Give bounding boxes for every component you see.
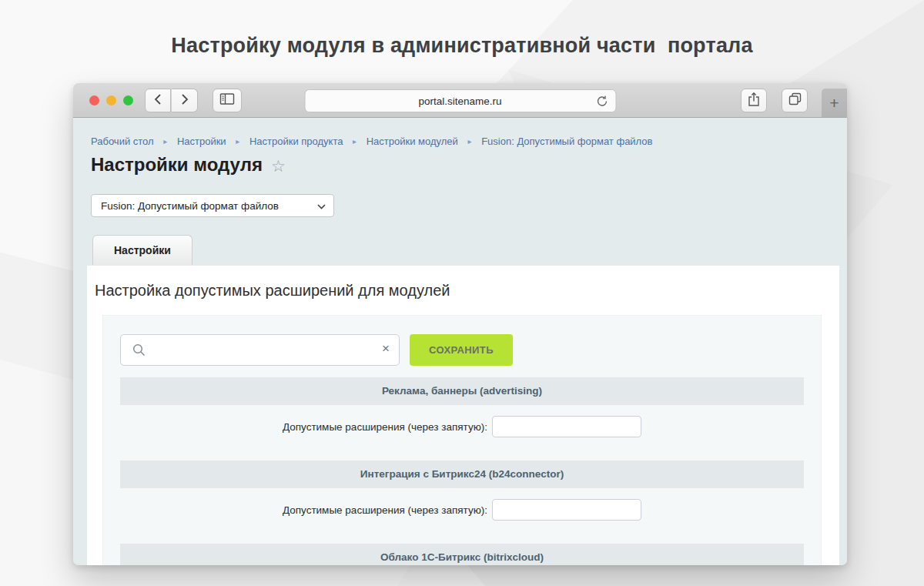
breadcrumb-item-desktop[interactable]: Рабочий стол [91,136,154,147]
forward-button[interactable] [172,89,198,112]
breadcrumb-separator-icon: ▸ [236,137,239,146]
extensions-input-b24connector[interactable] [492,499,641,521]
extensions-label: Допустимые расширения (через запятую): [283,504,487,516]
module-select-value: Fusion: Допустимый формат файлов [101,200,279,212]
page-title: Настройки модуля [91,154,263,176]
close-window-button[interactable] [89,95,99,105]
search-icon [132,343,146,360]
breadcrumb-item-product-settings[interactable]: Настройки продукта [249,136,343,147]
admin-page: Рабочий стол ▸ Настройки ▸ Настройки про… [73,119,847,565]
tab-settings-label: Настройки [114,244,171,256]
plus-icon: + [829,94,839,112]
minimize-window-button[interactable] [106,95,116,105]
search-box: × [120,334,400,366]
breadcrumb-item-module-settings[interactable]: Настройки модулей [367,136,458,147]
share-icon [748,92,760,110]
chevron-down-icon [317,204,326,209]
tabs-icon [788,92,802,109]
tab-overview-button[interactable] [782,89,808,112]
tab-content: Настройка допустимых расширений для моду… [87,265,839,565]
clear-search-icon[interactable]: × [382,341,390,357]
browser-toolbar: portal.sitename.ru [73,83,847,118]
breadcrumb-separator-icon: ▸ [163,137,167,146]
breadcrumb: Рабочий стол ▸ Настройки ▸ Настройки про… [91,136,839,147]
sidebar-icon [219,92,235,109]
save-button[interactable]: СОХРАНИТЬ [410,334,513,366]
section-header-bitrixcloud: Облако 1С-Битрикс (bitrixcloud) [120,544,804,565]
extensions-row: Допустимые расширения (через запятую): [120,405,804,449]
section-header-b24connector: Интеграция с Битрикс24 (b24connector) [120,460,804,488]
favorite-star-icon[interactable]: ☆ [271,157,286,176]
chevron-right-icon [181,93,189,109]
sidebar-toggle-button[interactable] [213,89,242,112]
extensions-row: Допустимые расширения (через запятую): [120,488,804,532]
new-tab-button[interactable]: + [822,89,847,117]
tab-settings[interactable]: Настройки [92,235,192,265]
browser-window: portal.sitename.ru [73,83,847,565]
tab-strip: Настройки [92,235,847,265]
search-input[interactable] [121,335,399,365]
reload-button[interactable] [595,95,608,110]
section-header-advertising: Реклама, баннеры (advertising) [120,377,804,405]
breadcrumb-item-current[interactable]: Fusion: Допустимый формат файлов [481,136,652,147]
zoom-window-button[interactable] [123,95,133,105]
breadcrumb-item-settings[interactable]: Настройки [177,136,226,147]
settings-panel: × СОХРАНИТЬ Реклама, баннеры (advertisin… [102,315,822,565]
banner-title: Настройку модуля в административной част… [0,34,924,58]
address-bar-url: portal.sitename.ru [418,95,501,107]
chevron-left-icon [154,93,162,109]
address-bar[interactable]: portal.sitename.ru [304,89,616,112]
breadcrumb-separator-icon: ▸ [467,137,471,146]
window-controls [89,95,133,105]
back-button[interactable] [145,89,171,112]
extensions-input-advertising[interactable] [492,416,641,437]
breadcrumb-separator-icon: ▸ [353,137,357,146]
extensions-label: Допустимые расширения (через запятую): [283,421,487,433]
content-heading: Настройка допустимых расширений для моду… [87,266,839,315]
share-button[interactable] [741,89,767,112]
module-select[interactable]: Fusion: Допустимый формат файлов [91,194,334,217]
